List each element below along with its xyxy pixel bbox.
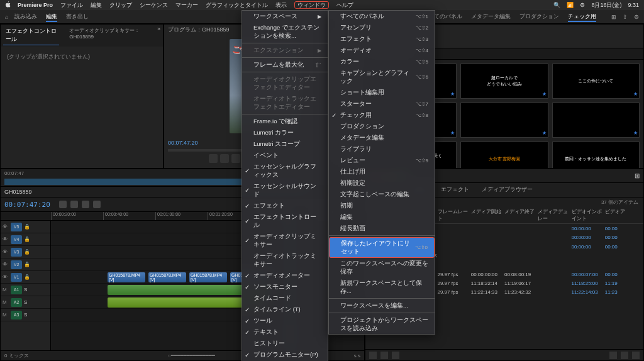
workspace-menu-item[interactable]: このワークスペースへの変更を保存 <box>329 258 435 277</box>
menu-ヘルプ[interactable]: ヘルプ <box>336 2 353 8</box>
timeline-timecode[interactable]: 00:07:47:20 <box>4 201 50 209</box>
window-menu-item[interactable]: Exchange でエクステンションを検索... <box>242 22 328 42</box>
window-menu-item[interactable]: ✓エッセンシャルグラフィックス <box>242 161 328 181</box>
menubar-spotlight-icon[interactable]: 🔍 <box>553 2 560 8</box>
window-menu-item[interactable]: ✓オーディオクリップミキサー <box>242 231 328 250</box>
freeform-view-button[interactable] <box>392 352 399 359</box>
menu-編集[interactable]: 編集 <box>91 2 102 8</box>
template-card-8[interactable]: 前回・オッサン達を集めました★ <box>552 142 640 168</box>
toolbar-tab-読み込み[interactable]: 読み込み <box>14 13 37 19</box>
window-menu-item[interactable]: ✓エフェクト <box>242 200 328 211</box>
workspace-menu-item[interactable]: オーディオ⌥⇧4 <box>329 45 435 56</box>
template-card-2[interactable]: ここの件について★ <box>552 64 640 99</box>
toolbar-tab-書き出し[interactable]: 書き出し <box>66 13 89 19</box>
workspace-menu-item[interactable]: ライブラリ <box>329 143 435 155</box>
mute-icon[interactable]: M <box>3 312 9 318</box>
linked-selection-toggle[interactable] <box>70 201 78 208</box>
window-menu-item[interactable]: ✓ツール <box>242 315 328 326</box>
tab-audio-clip-mixer[interactable]: オーディオクリップミキサー：GH015859 <box>67 26 150 45</box>
workspace-menu-item[interactable]: プロダクション <box>329 121 435 132</box>
workspace-menu-item[interactable]: 新規ワークスペースとして保存... <box>329 277 435 297</box>
workspace-menu-item[interactable]: エフェクト⌥⇧3 <box>329 33 435 45</box>
workspace-submenu-dropdown[interactable]: すべてのパネル⌥⇧1アセンブリ⌥⇧2エフェクト⌥⇧3オーディオ⌥⇧4カラー⌥⇧5… <box>328 10 435 335</box>
workspace-menu-item[interactable]: ワークスペースを編集... <box>329 300 435 311</box>
menubar-control-center-icon[interactable]: ⚙ <box>580 2 585 8</box>
workspace-menu-item[interactable]: アセンブリ⌥⇧2 <box>329 22 435 33</box>
window-menu-item[interactable]: ワークスペース▶ <box>242 11 328 22</box>
workspace-menu-item[interactable]: 縦長動画 <box>329 223 435 234</box>
delete-button[interactable] <box>632 352 640 359</box>
project-tab-1[interactable]: エフェクト <box>438 184 472 196</box>
workspace-menu-item[interactable]: 仕上げ用 <box>329 166 435 177</box>
track-head-V3[interactable]: 👁V3🔒 <box>1 246 50 258</box>
share-icon[interactable]: ⇪ <box>623 14 628 20</box>
window-menu-item[interactable]: Lumetri カラー <box>242 127 328 138</box>
col-header[interactable]: メディア開始 <box>471 208 504 222</box>
window-menu-item[interactable]: ✓タイムライン (T) <box>242 304 328 315</box>
workspace-menu-item[interactable]: スターター⌥⇧7 <box>329 98 435 109</box>
template-card-7[interactable]: 大分市 霊野梅園★ <box>460 142 548 168</box>
mark-in-button[interactable] <box>209 154 218 163</box>
col-header[interactable]: ビデオインポイント <box>572 208 605 222</box>
new-item-button[interactable] <box>621 352 628 359</box>
list-view-button[interactable] <box>369 352 377 359</box>
window-menu-item[interactable]: ✓オーディオメーター <box>242 270 328 281</box>
eye-icon[interactable]: 👁 <box>3 224 9 230</box>
template-card-5[interactable]: ★ <box>552 103 640 138</box>
window-menu-item[interactable]: Lumetri スコープ <box>242 138 328 150</box>
workspace-menu-item[interactable]: プロジェクトからワークスペースを読み込み <box>329 314 435 334</box>
track-head-V2[interactable]: 👁V2🔒 <box>1 258 50 271</box>
window-menu-dropdown[interactable]: ワークスペース▶Exchange でエクステンションを検索...エクステンション… <box>242 10 328 361</box>
track-head-V5[interactable]: 👁V5🔒 <box>1 221 50 233</box>
home-icon[interactable]: ⌂ <box>5 14 8 20</box>
apple-icon[interactable] <box>5 1 11 9</box>
workspace-tab-プロダクション[interactable]: プロダクション <box>519 13 559 19</box>
workspace-tab-メタデータ編集[interactable]: メタデータ編集 <box>471 13 511 19</box>
workspace-menu-item[interactable]: 初期 <box>329 200 435 211</box>
toolbar-tab-編集[interactable]: 編集 <box>46 13 57 22</box>
window-menu-item[interactable]: Frame.io で確認 <box>242 116 328 127</box>
workspace-menu-item[interactable]: 編集 <box>329 211 435 223</box>
workspace-menu-item[interactable]: ✓チェック用⌥⇧8 <box>329 109 435 121</box>
panel-menu-icon[interactable]: » <box>157 26 160 45</box>
menu-表示[interactable]: 表示 <box>275 2 287 8</box>
window-menu-item[interactable]: ✓ソースモニター <box>242 281 328 292</box>
workspace-menu-item[interactable]: キャプションとグラフィック⌥⇧6 <box>329 67 435 87</box>
mark-out-button[interactable] <box>220 154 229 163</box>
sequence-name[interactable]: GH015859 <box>4 189 32 195</box>
eye-icon[interactable]: 👁 <box>3 249 9 255</box>
window-menu-item[interactable]: タイムコード <box>242 292 328 304</box>
workspace-menu-item[interactable]: メタデータ編集 <box>329 132 435 143</box>
template-card-4[interactable]: ★ <box>460 103 548 138</box>
workspace-menu-item[interactable]: カラー⌥⇧5 <box>329 56 435 67</box>
workspace-tab-チェック用[interactable]: チェック用 <box>568 13 596 22</box>
snap-toggle[interactable] <box>59 201 67 208</box>
menu-マーカー[interactable]: マーカー <box>175 2 198 8</box>
template-card-1[interactable]: 超ローカルで どうでもいい悩み★ <box>460 64 548 99</box>
window-menu-item[interactable]: ✓テキスト <box>242 326 328 338</box>
workspace-menu-item[interactable]: レビュー⌥⇧9 <box>329 155 435 166</box>
window-menu-item[interactable]: ✓プログラムモニター(P) <box>242 349 328 360</box>
menubar-time[interactable]: 9:31 <box>628 2 639 8</box>
tab-effect-controls[interactable]: エフェクトコントロール <box>3 26 59 45</box>
workspace-menu-item[interactable]: 初期設定 <box>329 177 435 189</box>
track-head-V1[interactable]: 👁V1🔒 <box>1 271 50 284</box>
track-head-A3[interactable]: MA3S <box>1 309 50 321</box>
window-menu-item[interactable]: オーディオトラックミキサー <box>242 250 328 270</box>
track-head-A1[interactable]: MA1S <box>1 284 50 296</box>
clip[interactable]: GH015878.MP4 [V] <box>189 272 227 282</box>
eye-icon[interactable]: 👁 <box>3 262 9 267</box>
timeline-zoom-slider[interactable]: s s <box>354 353 360 358</box>
workspace-menu-item[interactable]: 保存したレイアウトにリセット⌥⇧0 <box>329 237 435 258</box>
program-timecode[interactable]: 00:07:47:20 <box>168 140 198 146</box>
settings-icon[interactable]: ⚙ <box>634 14 639 20</box>
clip[interactable]: GH015878.MP4 [V] <box>148 272 186 282</box>
menu-グラフィックとタイトル[interactable]: グラフィックとタイトル <box>206 2 268 8</box>
menu-クリップ[interactable]: クリップ <box>109 2 132 8</box>
window-menu-item[interactable]: ヒストリー <box>242 338 328 349</box>
workspace-menu-item[interactable]: 文字起こしベースの編集 <box>329 189 435 200</box>
mute-icon[interactable]: M <box>3 299 9 305</box>
eye-icon[interactable]: 👁 <box>3 274 9 280</box>
workspace-add-icon[interactable]: ⊞ <box>611 14 616 20</box>
menu-ウィンドウ[interactable]: ウィンドウ <box>294 1 329 9</box>
